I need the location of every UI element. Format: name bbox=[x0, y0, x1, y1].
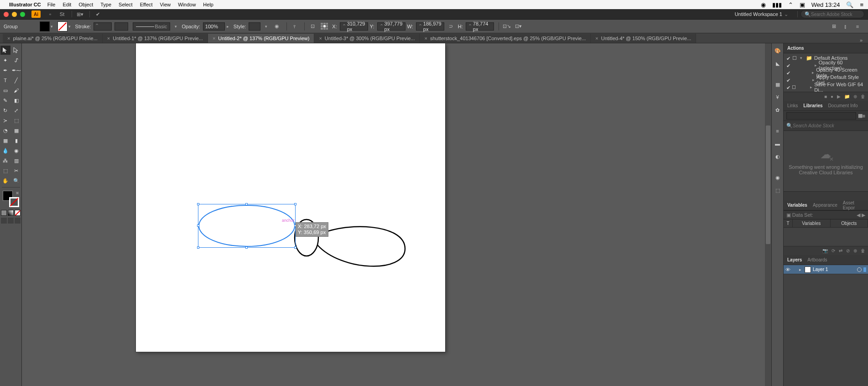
resize-handle-n[interactable] bbox=[245, 203, 248, 205]
adobe-stock-search-input[interactable] bbox=[811, 12, 860, 17]
artboard-tool[interactable]: ⬚ bbox=[0, 166, 10, 175]
selection-tool[interactable] bbox=[0, 46, 10, 55]
slice-tool[interactable]: ✂ bbox=[11, 166, 21, 175]
menu-file[interactable]: File bbox=[47, 2, 56, 7]
stop-icon[interactable]: ■ bbox=[824, 94, 827, 99]
prev-dataset-icon[interactable]: ◀ bbox=[857, 212, 860, 218]
opacity-input[interactable]: 100% bbox=[203, 22, 225, 31]
fill-swatch[interactable] bbox=[40, 21, 50, 31]
w-input[interactable]: ⌃186,979 px bbox=[416, 22, 444, 31]
stroke-dropdown-icon[interactable]: ▾ bbox=[68, 24, 71, 29]
tab-artboards[interactable]: Artboards bbox=[807, 257, 827, 262]
recolor-icon[interactable]: ◉ bbox=[272, 21, 282, 31]
y-input[interactable]: ⌃397,779 px bbox=[377, 22, 405, 31]
menu-select[interactable]: Select bbox=[119, 2, 133, 7]
eyedropper-tool[interactable]: 💧 bbox=[0, 146, 10, 155]
tab-overflow-icon[interactable]: » bbox=[857, 37, 865, 43]
bridge-icon[interactable]: ▫ bbox=[45, 10, 55, 18]
eraser-tool[interactable]: ◧ bbox=[11, 96, 21, 105]
next-dataset-icon[interactable]: ▶ bbox=[862, 212, 865, 218]
style-dropdown-icon[interactable]: ▾ bbox=[265, 24, 267, 29]
tab-libraries[interactable]: Libraries bbox=[803, 103, 822, 108]
color-guide-panel-icon[interactable]: ◣ bbox=[773, 59, 782, 68]
curvature-tool[interactable]: ✒⁓ bbox=[11, 66, 21, 75]
transform-panel-icon[interactable]: ⊞ bbox=[829, 21, 839, 31]
vertical-scrollbar[interactable] bbox=[765, 43, 771, 386]
adobe-stock-search[interactable]: 🔍 bbox=[800, 10, 864, 18]
visibility-toggle-icon[interactable]: 👁 bbox=[785, 267, 793, 272]
shaper-tool[interactable]: ✎ bbox=[0, 96, 10, 105]
swatches-panel-icon[interactable]: ▦ bbox=[773, 80, 782, 89]
status-battery-icon[interactable]: ▮▮▮ bbox=[772, 1, 782, 8]
h-input[interactable]: ⌃78,774 px bbox=[466, 22, 494, 31]
chevron-down-icon[interactable]: ⌄ bbox=[784, 11, 788, 17]
close-tab-icon[interactable]: × bbox=[7, 36, 10, 41]
hand-tool[interactable]: ✋ bbox=[0, 176, 10, 185]
width-tool[interactable]: ≻ bbox=[0, 116, 10, 125]
spotlight-icon[interactable]: 🔍 bbox=[846, 1, 853, 8]
tab-appearance[interactable]: Appearance bbox=[813, 203, 837, 208]
rectangle-tool[interactable]: ▭ bbox=[0, 86, 10, 95]
fill-stroke-indicator[interactable]: ⤭ bbox=[3, 191, 19, 207]
stroke-color[interactable] bbox=[9, 197, 19, 207]
draw-behind[interactable] bbox=[8, 218, 14, 224]
draw-normal[interactable] bbox=[1, 218, 7, 224]
selection-indicator[interactable] bbox=[863, 267, 866, 272]
close-tab-icon[interactable]: × bbox=[424, 36, 427, 41]
menu-effect[interactable]: Effect bbox=[140, 2, 153, 7]
isolate-icon[interactable]: ⊡↘ bbox=[502, 21, 512, 31]
resize-handle-ne[interactable] bbox=[294, 203, 296, 205]
blend-tool[interactable]: ◉ bbox=[11, 146, 21, 155]
col-t[interactable]: T bbox=[784, 219, 793, 227]
menu-window[interactable]: Window bbox=[178, 2, 196, 7]
list-view-icon[interactable]: ≡ bbox=[863, 113, 865, 119]
window-minimize-button[interactable] bbox=[12, 12, 17, 17]
document-tab[interactable]: ×Untitled-1* @ 137% (RGB/GPU Previe... bbox=[103, 34, 208, 43]
tab-links[interactable]: Links bbox=[787, 103, 798, 108]
tab-document-info[interactable]: Document Info bbox=[828, 103, 858, 108]
status-circle-icon[interactable]: ◉ bbox=[761, 1, 766, 8]
align-icon[interactable]: ⫯ bbox=[290, 21, 300, 31]
panel-menu-icon[interactable]: ≡ bbox=[852, 21, 863, 31]
magic-wand-tool[interactable]: ✦ bbox=[0, 56, 10, 65]
close-tab-icon[interactable]: × bbox=[595, 36, 598, 41]
resize-handle-s[interactable] bbox=[245, 246, 248, 249]
color-mode-none[interactable] bbox=[15, 210, 21, 216]
link-wh-icon[interactable]: ⊃ bbox=[446, 21, 456, 31]
shape-mode-icon[interactable]: ⊡ bbox=[307, 21, 317, 31]
stroke-swatch[interactable] bbox=[57, 21, 68, 31]
gradient-tool[interactable]: ▮ bbox=[11, 136, 21, 145]
stroke-weight-input[interactable]: ⌃ bbox=[94, 22, 112, 31]
document-tab[interactable]: ×Untitled-4* @ 150% (RGB/GPU Previe... bbox=[591, 34, 696, 43]
document-tab[interactable]: ×plaine.ai* @ 25% (RGB/GPU Previe... bbox=[3, 34, 103, 43]
arrange-documents-icon[interactable]: ⊞▾ bbox=[75, 10, 85, 18]
status-wifi-icon[interactable]: ⌃ bbox=[788, 1, 793, 8]
layer-name[interactable]: Layer 1 bbox=[813, 267, 857, 272]
scale-tool[interactable]: ⤢ bbox=[11, 106, 21, 115]
action-item[interactable]: ✔▸Save For Web GIF 64 Di... bbox=[784, 83, 868, 91]
gpu-icon[interactable]: ✔ bbox=[93, 10, 103, 18]
fill-dropdown-icon[interactable]: ▾ bbox=[51, 24, 53, 29]
draw-inside[interactable] bbox=[15, 218, 21, 224]
pen-tool[interactable]: ✒ bbox=[0, 66, 10, 75]
resize-handle-nw[interactable] bbox=[197, 203, 199, 205]
tab-asset-export[interactable]: Asset Expor bbox=[843, 200, 859, 210]
graphic-styles-panel-icon[interactable]: ⬚ bbox=[773, 186, 782, 195]
new-variable-icon[interactable]: ⊕ bbox=[853, 248, 857, 253]
grid-view-icon[interactable]: ▦ bbox=[858, 113, 863, 119]
delete-variable-icon[interactable]: 🗑 bbox=[861, 248, 865, 253]
line-tool[interactable]: ╱ bbox=[11, 76, 21, 85]
libraries-search-input[interactable] bbox=[793, 123, 865, 128]
brush-dropdown-icon[interactable]: ▾ bbox=[175, 24, 177, 29]
menu-extras-icon[interactable]: ≡ bbox=[860, 1, 863, 8]
type-tool[interactable]: T bbox=[0, 76, 10, 85]
target-icon[interactable] bbox=[857, 267, 862, 272]
symbols-panel-icon[interactable]: ✿ bbox=[773, 105, 782, 115]
rotate-tool[interactable]: ↻ bbox=[0, 106, 10, 115]
expand-layer-icon[interactable]: ▸ bbox=[799, 267, 805, 272]
menu-view[interactable]: View bbox=[160, 2, 171, 7]
zoom-tool[interactable]: 🔍 bbox=[11, 176, 21, 185]
library-dropdown[interactable] bbox=[786, 112, 856, 120]
capture-dataset-icon[interactable]: 📷 bbox=[822, 248, 828, 253]
paintbrush-tool[interactable]: 🖌 bbox=[11, 86, 21, 95]
